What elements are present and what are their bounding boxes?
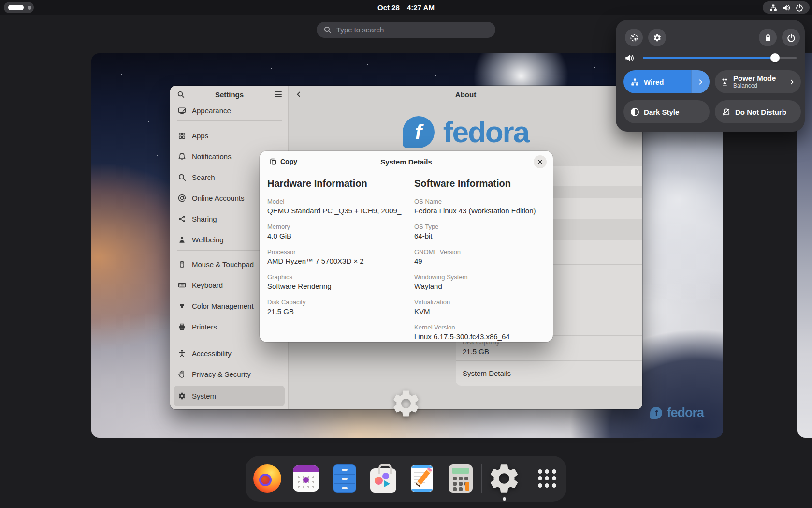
sidebar-divider — [177, 120, 282, 121]
dock-item-app-grid[interactable] — [532, 463, 563, 494]
gear-icon — [178, 392, 186, 400]
page-title: About — [289, 86, 642, 103]
sidebar-item-appearance[interactable]: Appearance — [174, 100, 285, 121]
system-details-row[interactable]: System Details — [456, 360, 642, 386]
sidebar-item-system[interactable]: System — [174, 386, 285, 406]
info-field: OS NameFedora Linux 43 (Workstation Edit… — [414, 198, 552, 223]
star — [435, 75, 436, 76]
app-grid-icon — [536, 468, 558, 489]
dock-separator — [481, 464, 482, 493]
power-button[interactable] — [782, 29, 800, 46]
wired-submenu-arrow[interactable] — [691, 70, 710, 93]
printer-icon — [178, 323, 186, 331]
volume-slider[interactable] — [643, 57, 797, 59]
dock-item-software[interactable] — [368, 463, 399, 494]
clock-button[interactable]: Oct 28 4:27 AM — [0, 0, 812, 15]
volume-icon — [783, 4, 790, 12]
dock-item-calculator[interactable] — [445, 463, 476, 494]
sidebar-item-accessibility[interactable]: Accessibility — [174, 343, 285, 364]
lock-button[interactable] — [759, 29, 777, 46]
sidebar-item-apps[interactable]: Apps — [174, 125, 285, 146]
screenshot-button[interactable] — [625, 29, 643, 46]
chevron-right-icon — [697, 78, 704, 86]
power-profile-icon — [721, 78, 729, 86]
time-label: 4:27 AM — [407, 3, 435, 12]
info-field: GNOME Version49 — [414, 248, 552, 273]
at-icon — [178, 194, 186, 202]
bell-slash-icon — [722, 108, 730, 116]
accessibility-icon — [178, 349, 186, 358]
dock-item-settings[interactable] — [486, 463, 522, 494]
star — [594, 67, 595, 68]
search-icon — [323, 26, 332, 34]
search-icon — [178, 173, 186, 181]
info-field: Memory4.0 GiB — [267, 223, 406, 248]
star — [367, 64, 368, 65]
content-headerbar: About — [289, 86, 642, 103]
gear-icon — [390, 388, 422, 419]
date-label: Oct 28 — [377, 3, 400, 12]
system-tray[interactable] — [763, 1, 810, 14]
text-editor-icon — [411, 465, 433, 492]
settings-button[interactable] — [648, 29, 666, 46]
star — [121, 74, 122, 75]
star — [148, 121, 149, 122]
hamburger-icon — [275, 91, 282, 97]
software-info-column: Software Information OS NameFedora Linux… — [414, 178, 552, 349]
info-field: ModelQEMU Standard PC _Q35 + ICH9, 2009_ — [267, 198, 406, 223]
fedora-logo-block: f fedora — [289, 115, 642, 149]
lock-icon — [764, 33, 772, 42]
dock-item-firefox[interactable] — [252, 463, 283, 494]
fedora-wordmark: fedora — [443, 115, 529, 149]
do-not-disturb-toggle[interactable]: Do Not Disturb — [715, 100, 801, 123]
wallpaper-fedora-watermark: f fedora — [650, 405, 704, 420]
hardware-info-column: Hardware Information ModelQEMU Standard … — [267, 178, 406, 324]
power-icon — [796, 4, 803, 12]
overview-search-bar[interactable] — [317, 22, 495, 38]
network-wired-icon — [631, 78, 639, 86]
hardware-heading: Hardware Information — [267, 178, 406, 189]
hand-icon — [178, 370, 186, 378]
screenshot-icon — [630, 33, 638, 42]
window-title: Settings — [170, 90, 289, 99]
share-icon — [178, 215, 186, 223]
wired-toggle[interactable]: Wired — [624, 70, 710, 93]
sidebar-item-privacy-security[interactable]: Privacy & Security — [174, 364, 285, 385]
gear-icon — [653, 33, 662, 42]
dialog-headerbar: Copy System Details — [260, 151, 553, 172]
power-mode-submenu-arrow[interactable] — [783, 70, 801, 93]
volume-slider-fill — [643, 57, 775, 59]
gear-icon — [487, 461, 522, 496]
calendar-icon — [293, 465, 319, 492]
software-icon — [370, 468, 396, 493]
close-button[interactable] — [534, 155, 547, 168]
fedora-logo-icon: f — [650, 407, 662, 419]
top-bar: Oct 28 4:27 AM — [0, 0, 812, 15]
software-heading: Software Information — [414, 178, 552, 189]
star — [157, 155, 158, 156]
dark-style-icon — [631, 108, 639, 116]
dock-item-calendar[interactable] — [290, 463, 321, 494]
fedora-logo-icon: f — [403, 116, 435, 148]
chevron-right-icon — [788, 78, 796, 86]
info-field: OS Type64-bit — [414, 223, 552, 248]
star — [271, 68, 272, 69]
info-field: ProcessorAMD Ryzen™ 7 5700X3D × 2 — [267, 248, 406, 273]
system-details-dialog: Copy System Details Hardware Information… — [260, 151, 553, 342]
dialog-title: System Details — [260, 151, 553, 172]
search-input[interactable] — [336, 26, 489, 34]
close-icon — [536, 158, 544, 165]
keyboard-icon — [178, 281, 186, 289]
volume-slider-handle[interactable] — [770, 53, 780, 62]
settings-app-badge — [390, 388, 422, 419]
info-field: VirtualizationKVM — [414, 299, 552, 324]
color-icon — [178, 302, 186, 310]
dark-style-toggle[interactable]: Dark Style — [624, 100, 710, 123]
main-menu-button[interactable] — [272, 89, 284, 100]
power-mode-toggle[interactable]: Power Mode Balanced — [715, 70, 801, 93]
files-icon — [333, 464, 356, 493]
person-icon — [178, 236, 186, 244]
power-icon — [787, 33, 796, 42]
dock-item-files[interactable] — [329, 463, 360, 494]
dock-item-text-editor[interactable] — [406, 463, 437, 494]
